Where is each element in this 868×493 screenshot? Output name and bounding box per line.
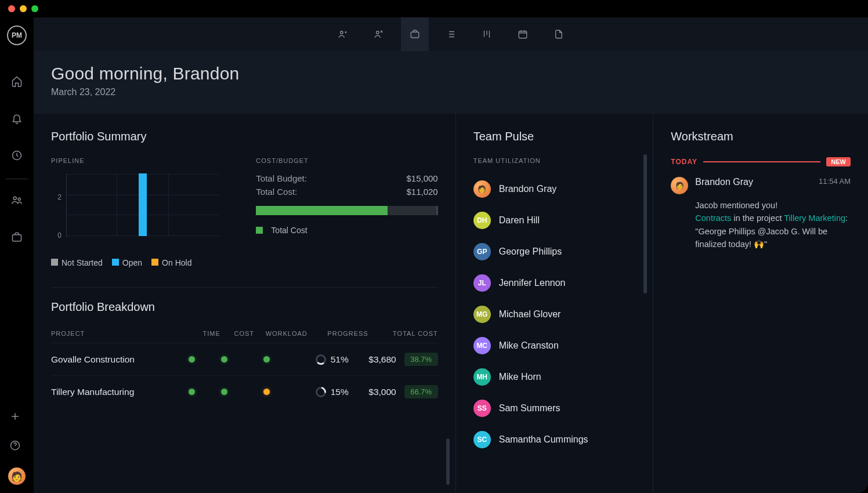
current-user-avatar[interactable]: 🧑	[8, 467, 26, 485]
team-icon[interactable]	[10, 193, 24, 207]
workstream-mention: Jacob mentioned you!	[695, 199, 851, 212]
delta-badge: 66.7%	[404, 385, 438, 398]
table-row[interactable]: Tillery Manufacturing 15% $3,000 66.7%	[51, 375, 438, 408]
workstream-link-contracts[interactable]: Contracts	[695, 213, 731, 223]
progress-pct: 15%	[331, 387, 349, 397]
top-nav	[34, 17, 868, 51]
workstream-title: Workstream	[671, 130, 851, 143]
traffic-light-minimize[interactable]	[20, 5, 27, 12]
page-date: March 23, 2022	[51, 87, 851, 97]
avatar: MG	[473, 306, 491, 323]
nav-calendar-icon[interactable]	[509, 17, 537, 51]
team-member[interactable]: MHMike Horn	[473, 361, 636, 393]
nav-document-icon[interactable]	[545, 17, 573, 51]
avatar: MH	[473, 368, 491, 386]
status-dot-cost	[221, 389, 227, 395]
total-cost-label: Total Cost:	[256, 187, 297, 197]
pipeline-label: PIPELINE	[51, 157, 233, 164]
total-cost: $3,000	[355, 387, 396, 397]
total-cost: $3,680	[355, 354, 396, 365]
svg-rect-7	[411, 32, 419, 38]
status-dot-time	[189, 356, 195, 362]
total-budget-value: $15,000	[406, 173, 437, 183]
nav-team-remove-icon[interactable]	[365, 17, 393, 51]
team-member[interactable]: JLJennifer Lennon	[473, 267, 636, 299]
workstream-today-line	[703, 161, 820, 162]
table-row[interactable]: Govalle Construction 51% $3,680 38.7%	[51, 343, 438, 375]
window-chrome	[0, 0, 868, 17]
briefcase-icon[interactable]	[10, 230, 24, 244]
traffic-light-zoom[interactable]	[31, 5, 38, 12]
member-name: Daren Hill	[499, 215, 540, 226]
workstream-new-badge: NEW	[826, 157, 851, 166]
progress-ring	[316, 354, 326, 365]
help-icon[interactable]	[8, 438, 22, 452]
svg-rect-8	[519, 31, 527, 38]
status-dot-cost	[221, 356, 227, 362]
page-greeting: Good morning, Brandon	[51, 64, 851, 84]
svg-rect-3	[13, 235, 21, 241]
plus-icon[interactable]	[8, 409, 22, 423]
status-dot-workload	[263, 356, 270, 362]
team-member[interactable]: MCMike Cranston	[473, 330, 636, 361]
svg-point-5	[341, 31, 343, 34]
avatar: 🧑	[671, 177, 688, 194]
cost-legend: Total Cost	[271, 226, 307, 235]
member-name: Michael Glover	[499, 309, 561, 320]
pipeline-legend: Not Started Open On Hold	[51, 258, 233, 267]
nav-team-icon[interactable]	[329, 17, 357, 51]
traffic-light-close[interactable]	[8, 5, 15, 12]
team-member[interactable]: 🧑Brandon Gray	[473, 173, 636, 205]
team-member[interactable]: MGMichael Glover	[473, 299, 636, 330]
svg-point-2	[18, 198, 20, 200]
app-logo[interactable]: PM	[7, 26, 27, 45]
workstream-link-project[interactable]: Tillery Marketing	[784, 213, 845, 223]
avatar: SC	[473, 431, 491, 448]
avatar: GP	[473, 243, 491, 260]
delta-badge: 38.7%	[404, 353, 438, 366]
avatar: MC	[473, 337, 491, 354]
svg-point-1	[13, 197, 16, 200]
workstream-today-label: TODAY	[671, 158, 697, 166]
team-member[interactable]: SCSamantha Cummings	[473, 424, 636, 455]
sidebar: PM 🧑	[0, 17, 34, 493]
member-name: Sam Summers	[499, 403, 560, 414]
avatar: SS	[473, 400, 491, 417]
team-pulse-column: Team Pulse TEAM UTILIZATION 🧑Brandon Gra…	[456, 114, 654, 493]
workstream-time: 11:54 AM	[819, 177, 851, 194]
bell-icon[interactable]	[10, 111, 24, 125]
home-icon[interactable]	[10, 74, 24, 88]
member-name: Jennifer Lennon	[499, 278, 566, 288]
status-dot-workload	[263, 389, 270, 395]
chart-ytick-0: 0	[51, 231, 62, 240]
member-name: Samantha Cummings	[499, 434, 588, 445]
member-name: Mike Cranston	[499, 340, 559, 351]
swatch-total-cost	[256, 227, 263, 234]
nav-briefcase-icon[interactable]	[401, 17, 429, 51]
nav-list-icon[interactable]	[437, 17, 465, 51]
workstream-column: Workstream TODAY NEW 🧑 Brandon Gray 11:5…	[653, 114, 868, 493]
swatch-open	[112, 259, 119, 266]
sidebar-separator	[5, 179, 28, 179]
cost-budget-label: COST/BUDGET	[256, 157, 437, 164]
page-header: Good morning, Brandon March 23, 2022	[34, 51, 868, 114]
swatch-not-started	[51, 259, 58, 266]
svg-point-6	[377, 31, 379, 34]
team-member[interactable]: GPGeorge Phillips	[473, 236, 636, 267]
cost-progress-bar	[256, 206, 437, 215]
team-member[interactable]: SSSam Summers	[473, 393, 636, 424]
swatch-on-hold	[151, 259, 158, 266]
workstream-item[interactable]: 🧑 Brandon Gray 11:54 AM	[671, 177, 851, 194]
scrollbar[interactable]	[446, 438, 450, 485]
clock-icon[interactable]	[10, 148, 24, 162]
avatar: DH	[473, 212, 491, 229]
portfolio-summary-title: Portfolio Summary	[51, 130, 438, 143]
scrollbar[interactable]	[643, 154, 647, 293]
progress-pct: 51%	[331, 354, 349, 365]
team-utilization-label: TEAM UTILIZATION	[473, 157, 636, 164]
nav-board-icon[interactable]	[473, 17, 501, 51]
breakdown-header: PROJECT TIME COST WORKLOAD PROGRESS TOTA…	[51, 330, 438, 343]
project-name: Govalle Construction	[51, 354, 176, 365]
team-member[interactable]: DHDaren Hill	[473, 205, 636, 236]
portfolio-breakdown-title: Portfolio Breakdown	[51, 300, 438, 314]
